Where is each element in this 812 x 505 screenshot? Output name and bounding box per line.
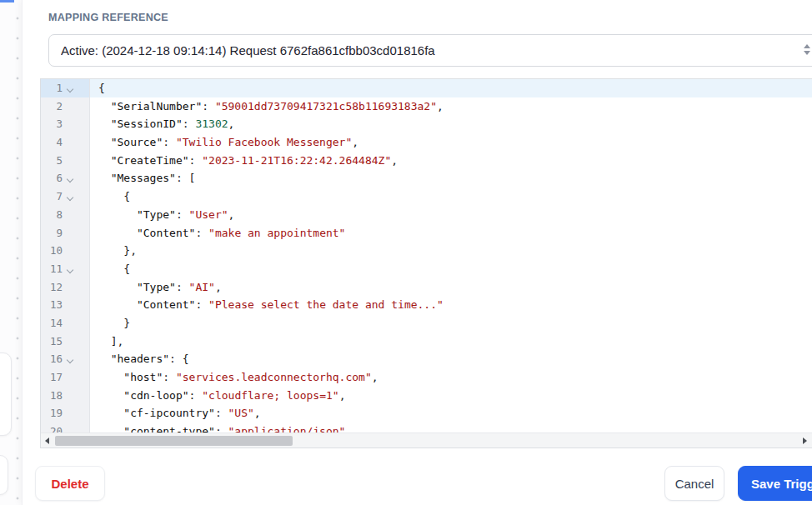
active-request-select-value: Active: (2024-12-18 09:14:14) Request 67… [61, 43, 435, 58]
code-text: "Messages": [ [89, 169, 812, 188]
code-text: "cf-ipcountry": "US", [89, 404, 812, 422]
line-number: 2 [41, 98, 63, 116]
line-number: 6 [41, 169, 63, 188]
fold-toggle-icon[interactable] [63, 188, 79, 206]
gutter-cell: 5 [41, 152, 89, 170]
horizontal-scrollbar[interactable] [41, 432, 812, 448]
gutter-cell: 17 [41, 368, 89, 387]
scrollbar-right-arrow-icon[interactable] [803, 438, 807, 444]
code-line[interactable]: 3 "SessionID": 31302, [41, 115, 812, 133]
fold-spacer [63, 206, 79, 224]
line-number: 19 [41, 404, 63, 422]
gutter-cell: 8 [41, 206, 89, 224]
code-text: "headers": { [89, 350, 812, 368]
line-number: 14 [41, 314, 63, 332]
code-line[interactable]: 2 "SerialNumber": "59001dd73709417321c58… [41, 98, 812, 116]
line-number: 7 [41, 188, 63, 206]
code-line[interactable]: 10 }, [41, 242, 812, 260]
gutter-cell: 11 [41, 260, 89, 278]
gutter-cell: 19 [41, 404, 89, 422]
code-text: "Type": "AI", [89, 278, 812, 297]
code-line[interactable]: 7 { [41, 188, 812, 206]
active-request-select[interactable]: Active: (2024-12-18 09:14:14) Request 67… [48, 34, 812, 67]
fold-toggle-icon[interactable] [63, 350, 79, 368]
fold-toggle-icon[interactable] [63, 79, 79, 98]
fold-spacer [63, 278, 79, 297]
canvas-blue-accent-bar [0, 0, 14, 2]
code-text: "Content": "make an appointment" [89, 224, 812, 242]
code-line[interactable]: 18 "cdn-loop": "cloudflare; loops=1", [41, 387, 812, 405]
page-title: MAPPING REFERENCE [48, 12, 168, 23]
fold-spacer [63, 133, 79, 152]
code-text: { [90, 79, 812, 98]
line-number: 1 [41, 79, 63, 98]
code-text: "Source": "Twilio Facebook Messenger", [89, 133, 812, 152]
gutter-cell: 3 [41, 115, 89, 133]
code-line[interactable]: 19 "cf-ipcountry": "US", [41, 404, 812, 422]
scrollbar-thumb[interactable] [55, 436, 293, 446]
code-text: "cdn-loop": "cloudflare; loops=1", [89, 387, 812, 405]
gutter-cell: 10 [41, 242, 89, 260]
code-line[interactable]: 16 "headers": { [41, 350, 812, 368]
gutter-cell: 6 [41, 169, 89, 188]
gutter-cell: 13 [41, 296, 89, 314]
code-text: "Type": "User", [89, 206, 812, 224]
gutter-cell: 9 [41, 224, 89, 242]
code-text: "SerialNumber": "59001dd73709417321c58b1… [89, 98, 812, 116]
gutter-cell: 16 [41, 350, 89, 368]
fold-toggle-icon[interactable] [63, 260, 79, 278]
code-text: "CreateTime": "2023-11-21T16:22:42.26448… [89, 152, 812, 170]
code-text: { [89, 188, 812, 206]
code-line[interactable]: 20 "content-type": "application/json", [41, 422, 812, 432]
delete-button[interactable]: Delete [35, 466, 105, 501]
fold-spacer [63, 422, 79, 432]
cancel-button[interactable]: Cancel [664, 466, 724, 501]
code-text: ], [89, 332, 812, 351]
gutter-cell: 15 [41, 332, 89, 351]
fold-spacer [63, 152, 79, 170]
code-line[interactable]: 13 "Content": "Please select the date an… [41, 296, 812, 314]
code-line[interactable]: 4 "Source": "Twilio Facebook Messenger", [41, 133, 812, 152]
fold-spacer [63, 115, 79, 133]
gutter-cell: 20 [41, 422, 89, 432]
line-number: 17 [41, 368, 63, 387]
gutter-cell: 18 [41, 387, 89, 405]
code-line[interactable]: 1{ [41, 79, 812, 98]
fold-toggle-icon[interactable] [63, 169, 79, 188]
code-line[interactable]: 8 "Type": "User", [41, 206, 812, 224]
gutter-divider [89, 79, 90, 432]
line-number: 16 [41, 350, 63, 368]
code-line[interactable]: 5 "CreateTime": "2023-11-21T16:22:42.264… [41, 152, 812, 170]
select-caret-icon [802, 42, 812, 58]
line-number: 11 [41, 260, 63, 278]
gutter-cell: 12 [41, 278, 89, 297]
json-editor[interactable]: 1{2 "SerialNumber": "59001dd73709417321c… [40, 78, 812, 448]
code-text: "host": "services.leadconnectorhq.com", [89, 368, 812, 387]
line-number: 4 [41, 133, 63, 152]
code-text: "SessionID": 31302, [89, 115, 812, 133]
line-number: 13 [41, 296, 63, 314]
code-line[interactable]: 14 } [41, 314, 812, 332]
fold-spacer [63, 296, 79, 314]
fold-spacer [63, 368, 79, 387]
line-number: 18 [41, 387, 63, 405]
code-line[interactable]: 17 "host": "services.leadconnectorhq.com… [41, 368, 812, 387]
line-number: 8 [41, 206, 63, 224]
fold-spacer [63, 224, 79, 242]
code-text: { [89, 260, 812, 278]
code-line[interactable]: 6 "Messages": [ [41, 169, 812, 188]
scrollbar-left-arrow-icon[interactable] [45, 438, 49, 444]
fold-spacer [63, 332, 79, 351]
line-number: 20 [41, 422, 63, 432]
code-line[interactable]: 15 ], [41, 332, 812, 351]
code-line[interactable]: 11 { [41, 260, 812, 278]
code-line[interactable]: 12 "Type": "AI", [41, 278, 812, 297]
gutter-cell: 7 [41, 188, 89, 206]
code-line[interactable]: 9 "Content": "make an appointment" [41, 224, 812, 242]
background-card [0, 455, 8, 495]
save-trigger-button[interactable]: Save Trigger [738, 466, 812, 501]
line-number: 5 [41, 152, 63, 170]
gutter-cell: 2 [41, 98, 89, 116]
fold-spacer [63, 98, 79, 116]
code-text: "content-type": "application/json", [89, 422, 812, 432]
